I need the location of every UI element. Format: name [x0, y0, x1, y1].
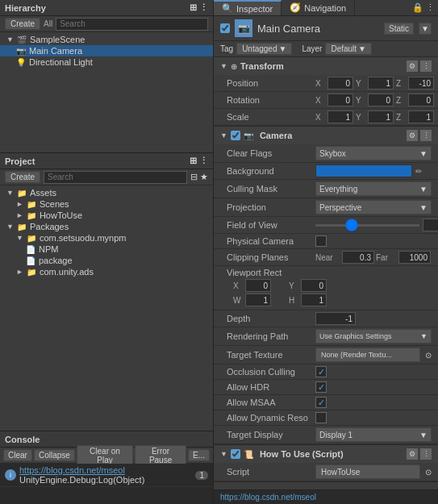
tree-item-com-setsuodu[interactable]: com.setsuodu.mynpm — [0, 232, 213, 244]
target-texture-button[interactable]: None (Render Textu... — [315, 348, 420, 362]
depth-input[interactable]: -1 — [315, 312, 356, 325]
inspector-more-icon[interactable]: ⋮ — [426, 2, 435, 13]
allow-msaa-label: Allow MSAA — [227, 398, 315, 407]
script-row: Script HowToUse ⊙ — [214, 463, 438, 481]
transform-settings-icon[interactable]: ⚙ — [407, 60, 418, 72]
tree-item-main-camera[interactable]: 📷 Main Camera — [0, 45, 213, 56]
tree-item-packages[interactable]: Packages — [0, 221, 213, 232]
tree-item-package[interactable]: package — [0, 255, 213, 266]
inspector-lock-icon[interactable]: 🔒 — [412, 2, 423, 13]
script-button[interactable]: HowToUse — [315, 464, 420, 479]
howtouse-expand-icon — [16, 211, 23, 219]
tree-item-assets[interactable]: Assets — [0, 187, 213, 198]
transform-header[interactable]: ⊕ Transform ⚙ ⋮ — [214, 57, 438, 75]
scale-x-input[interactable]: 1 — [327, 110, 353, 123]
tree-item-howtouse[interactable]: HowToUse — [0, 210, 213, 221]
project-search-input[interactable] — [44, 171, 187, 184]
tab-inspector[interactable]: 🔍 Inspector — [214, 0, 282, 15]
camera-settings-icon[interactable]: ⚙ — [407, 130, 418, 141]
static-button[interactable]: Static — [384, 23, 414, 35]
projection-dropdown[interactable]: Perspective ▼ — [315, 200, 432, 215]
physical-camera-checkbox[interactable] — [315, 235, 327, 247]
allow-hdr-checkbox[interactable] — [315, 381, 327, 393]
object-enable-checkbox[interactable] — [220, 23, 230, 33]
viewport-h-input[interactable]: 1 — [301, 294, 327, 306]
rendering-path-dropdown[interactable]: Use Graphics Settings ▼ — [315, 329, 432, 344]
clear-flags-dropdown[interactable]: Skybox ▼ — [315, 146, 432, 160]
fov-slider[interactable] — [315, 224, 419, 227]
console-item-link[interactable]: https://blog.csdn.net/mseol — [19, 465, 144, 475]
layer-dropdown[interactable]: Default ▼ — [325, 43, 372, 55]
console-extra-button[interactable]: E... — [188, 449, 210, 461]
pos-x-input[interactable]: 0 — [327, 77, 353, 90]
hierarchy-create-button[interactable]: Create — [5, 18, 40, 30]
target-display-dropdown[interactable]: Display 1 ▼ — [315, 427, 432, 442]
allow-msaa-row: Allow MSAA — [214, 395, 438, 410]
pos-z-input[interactable]: -10 — [408, 77, 434, 90]
npm-file-icon — [26, 244, 35, 254]
project-create-button[interactable]: Create — [5, 171, 40, 183]
allow-msaa-checkbox[interactable] — [315, 397, 327, 408]
tree-item-samplescene[interactable]: 🎬 SampleScene — [0, 34, 213, 45]
camera-icon: 📷 — [16, 47, 26, 56]
tab-navigation[interactable]: 🧭 Navigation — [282, 0, 355, 15]
console-collapse-button[interactable]: Collapse — [34, 449, 75, 461]
tree-item-com-unity-ads[interactable]: com.unity.ads — [0, 266, 213, 277]
allow-dynamic-reso-checkbox[interactable] — [315, 412, 327, 423]
console-clear-button[interactable]: Clear — [3, 449, 32, 461]
near-input[interactable]: 0.3 — [342, 251, 374, 264]
script-select-icon[interactable]: ⊙ — [425, 468, 432, 477]
culling-mask-dropdown[interactable]: Everything ▼ — [315, 181, 432, 196]
com-setsuodu-expand-icon — [16, 234, 23, 242]
how-to-use-icons: ⚙ ⋮ — [407, 448, 432, 460]
navigation-tab-label: Navigation — [304, 3, 346, 13]
viewport-y-input[interactable]: 0 — [301, 279, 327, 292]
hierarchy-icon1: ⊞ — [190, 2, 197, 13]
far-input[interactable]: 1000 — [398, 251, 431, 264]
how-to-use-more-icon[interactable]: ⋮ — [420, 448, 432, 460]
tree-item-directional-light[interactable]: 💡 Directional Light — [0, 56, 213, 68]
occlusion-culling-checkbox[interactable] — [315, 366, 327, 377]
camera-header[interactable]: 📷 Camera ⚙ ⋮ — [214, 127, 438, 144]
rot-y-input[interactable]: 0 — [368, 94, 394, 106]
layer-chevron-icon: ▼ — [358, 44, 366, 53]
scale-value: X 1 Y 1 Z 1 — [315, 110, 434, 123]
rot-z-input[interactable]: 0 — [408, 94, 434, 106]
background-dropper-icon[interactable]: ✏ — [415, 167, 422, 176]
tree-item-scenes[interactable]: Scenes — [0, 198, 213, 210]
assets-folder-icon — [17, 188, 27, 198]
viewport-x-input[interactable]: 0 — [245, 279, 271, 292]
console-item-text: UnityEngine.Debug:Log(Object) — [19, 475, 144, 485]
console-item-0[interactable]: i https://blog.csdn.net/mseol UnityEngin… — [0, 464, 213, 487]
console-error-pause-button[interactable]: Error Pause — [135, 445, 186, 466]
how-to-use-settings-icon[interactable]: ⚙ — [407, 448, 418, 460]
console-clear-on-play-button[interactable]: Clear on Play — [77, 445, 133, 466]
scale-label: Scale — [227, 112, 315, 122]
project-icon2: ⋮ — [199, 156, 208, 166]
camera-enable-checkbox[interactable] — [231, 131, 240, 140]
camera-more-icon[interactable]: ⋮ — [420, 130, 432, 141]
hierarchy-search-input[interactable] — [56, 18, 208, 31]
console-item-content: https://blog.csdn.net/mseol UnityEngine.… — [19, 465, 144, 485]
background-label: Background — [227, 166, 315, 176]
how-to-use-header[interactable]: 📜 How To Use (Script) ⚙ ⋮ — [214, 445, 438, 463]
static-dropdown-button[interactable]: ▼ — [419, 23, 432, 35]
target-display-chevron: ▼ — [419, 431, 428, 439]
rot-x-input[interactable]: 0 — [327, 94, 353, 106]
viewport-rect-row: Viewport Rect X 0 Y 0 W 1 — [214, 266, 438, 310]
tag-dropdown[interactable]: Untagged ▼ — [236, 43, 292, 55]
howtouse-label: HowToUse — [40, 210, 82, 220]
viewport-w-input[interactable]: 1 — [245, 294, 271, 306]
transform-more-icon[interactable]: ⋮ — [420, 60, 432, 72]
target-texture-select-icon[interactable]: ⊙ — [425, 351, 432, 360]
how-to-use-title: How To Use (Script) — [260, 449, 403, 459]
fov-input[interactable]: 60 — [423, 219, 438, 231]
scale-y-input[interactable]: 1 — [368, 110, 394, 123]
background-color-picker[interactable] — [315, 165, 412, 177]
tree-item-npm[interactable]: NPM — [0, 244, 213, 255]
inspector-panel: 🔍 Inspector 🧭 Navigation 🔒 ⋮ 📷 Main Came… — [214, 0, 438, 504]
how-to-use-enable-checkbox[interactable] — [231, 449, 240, 459]
scale-z-input[interactable]: 1 — [408, 110, 434, 123]
inspector-tab-label: Inspector — [236, 4, 273, 14]
pos-y-input[interactable]: 1 — [368, 77, 394, 90]
